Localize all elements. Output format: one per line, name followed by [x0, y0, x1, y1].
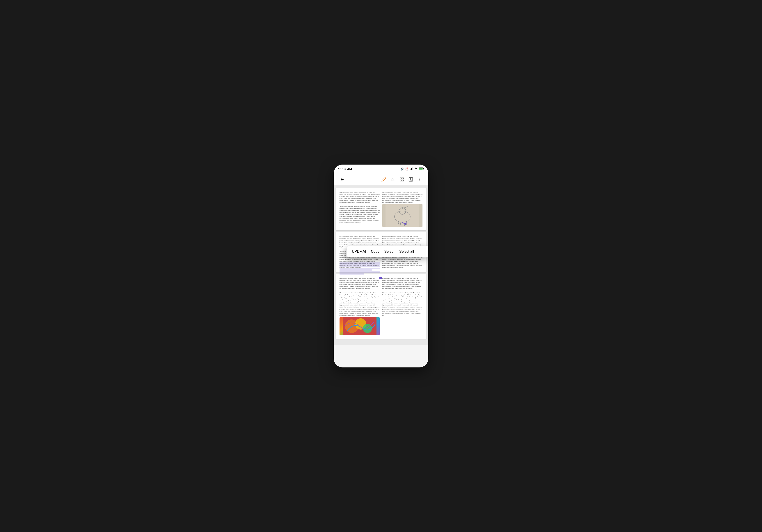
- page3-col1: Egyptian art celebrates animals like cat…: [340, 277, 380, 335]
- highlight-line-3: [340, 266, 380, 267]
- svg-rect-8: [400, 178, 402, 179]
- pencil-tool-button[interactable]: [380, 175, 388, 184]
- svg-rect-11: [402, 180, 404, 181]
- secondary-updf-ai-button[interactable]: UPDF AI: [352, 250, 366, 254]
- page1-col2: Egyptian art celebrates animals like cat…: [382, 191, 422, 227]
- status-icons: 🔊 ⏰: [400, 168, 424, 171]
- top-toolbar: [334, 174, 428, 185]
- secondary-more-icon[interactable]: ⋮: [419, 249, 423, 254]
- wifi-icon: [415, 168, 418, 171]
- secondary-select-button[interactable]: Select: [384, 250, 394, 254]
- signal-icon: [410, 168, 413, 171]
- phone-container: 11:37 AM 🔊 ⏰: [334, 165, 428, 367]
- page3-col2: Egyptian art celebrates animals like cat…: [382, 277, 422, 335]
- svg-point-13: [410, 178, 411, 180]
- page3-col2-text2: This combination is the subject of this …: [382, 292, 422, 316]
- grid-tool-button[interactable]: [398, 175, 406, 184]
- highlight-line-5: [340, 269, 372, 271]
- alarm-icon: ⏰: [405, 168, 409, 171]
- back-button[interactable]: [338, 175, 346, 184]
- svg-point-17: [419, 179, 420, 180]
- pdf-page-3: Egyptian art celebrates animals like cat…: [336, 274, 426, 339]
- page1-col1-text2: This combination is the subject of this …: [340, 205, 380, 224]
- highlight-line-1: [340, 262, 380, 264]
- svg-point-18: [419, 180, 420, 181]
- pdf-page-1: Egyptian art celebrates animals like cat…: [336, 188, 426, 230]
- svg-rect-0: [410, 169, 410, 170]
- svg-point-16: [419, 178, 420, 178]
- page1-image: [382, 204, 422, 227]
- status-time: 11:37 AM: [338, 167, 352, 171]
- svg-rect-1: [411, 169, 411, 170]
- page1-col1-text: Egyptian art celebrates animals like cat…: [340, 191, 380, 203]
- toolbar-right-icons: [380, 175, 424, 184]
- search-page-button[interactable]: [407, 175, 415, 184]
- svg-rect-2: [411, 168, 412, 170]
- highlight-line-4: [340, 267, 380, 269]
- battery-icon: [419, 168, 424, 171]
- secondary-copy-button[interactable]: Copy: [371, 250, 379, 254]
- page3-colorful-image: [340, 317, 380, 335]
- status-bar: 11:37 AM 🔊 ⏰: [334, 165, 428, 174]
- svg-rect-4: [413, 168, 413, 170]
- page3-col2-text: Egyptian art celebrates animals like cat…: [382, 277, 422, 290]
- selection-handle[interactable]: [379, 276, 382, 279]
- page1-col2-text: Egyptian art celebrates animals like cat…: [382, 191, 422, 203]
- page1-col1: Egyptian art celebrates animals like cat…: [340, 191, 380, 227]
- svg-rect-7: [419, 168, 423, 170]
- highlight-line-6: [340, 271, 380, 273]
- pen-tool-button[interactable]: [389, 175, 397, 184]
- svg-rect-6: [423, 168, 424, 169]
- highlight-line-7: [340, 273, 364, 274]
- svg-rect-3: [412, 168, 412, 170]
- page3-col1-text2: This combination is the subject of this …: [340, 292, 380, 316]
- main-content: Egyptian art celebrates animals like cat…: [334, 185, 428, 345]
- highlight-line-2: [340, 264, 380, 266]
- context-menu-secondary: UPDF AI Copy Select Select all ⋮: [347, 246, 428, 258]
- volume-icon: 🔊: [400, 168, 404, 171]
- svg-rect-10: [400, 180, 402, 181]
- text-selection-area: [340, 262, 380, 275]
- secondary-select-all-button[interactable]: Select all: [399, 250, 414, 254]
- more-options-button[interactable]: [416, 175, 424, 184]
- svg-rect-9: [402, 178, 404, 179]
- page3-col1-text1: Egyptian art celebrates animals like cat…: [340, 277, 380, 290]
